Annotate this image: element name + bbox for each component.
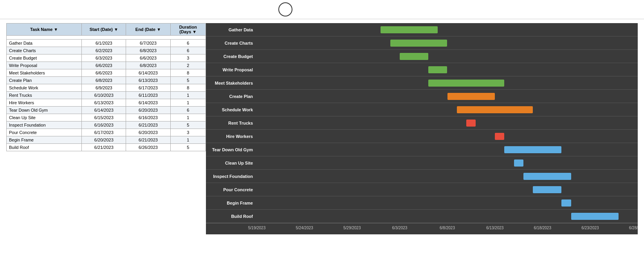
chart-row-bars: [257, 76, 638, 89]
table-row: Begin Frame 6/20/2023 6/21/2023 1: [7, 136, 206, 144]
date-axis: 5/19/20235/24/20235/29/20236/3/20236/8/2…: [206, 223, 638, 234]
task-start: 6/2/2023: [82, 47, 126, 54]
task-name: Hire Workers: [7, 99, 82, 107]
task-name: Tear Down Old Gym: [7, 107, 82, 114]
chart-row-bars: [257, 116, 638, 129]
chart-row: Meet Stakeholders: [206, 76, 638, 90]
chart-row-bars: [257, 36, 638, 49]
chart-row-label: Create Charts: [206, 41, 257, 45]
gantt-bar: [428, 80, 505, 87]
task-duration: 5: [170, 121, 206, 129]
task-start: 6/6/2023: [82, 69, 126, 77]
task-end: 6/14/2023: [126, 69, 170, 77]
table-row: Pour Concrete 6/17/2023 6/20/2023 3: [7, 129, 206, 136]
task-start: 6/17/2023: [82, 129, 126, 136]
chart-row: Build Roof: [206, 210, 638, 223]
chart-row-bars: [257, 50, 638, 63]
chart-row: Rent Trucks: [206, 116, 638, 130]
gantt-bar: [390, 40, 447, 47]
date-axis-label: 6/23/2023: [581, 226, 599, 230]
col-header-start: Start (Date) ▼: [82, 24, 126, 36]
chart-row: Create Budget: [206, 50, 638, 63]
gantt-bar: [495, 133, 504, 140]
col-header-dur: Duration (Days ▼: [170, 24, 206, 36]
chart-row-label: Create Budget: [206, 54, 257, 59]
table-row: Clean Up Site 6/15/2023 6/16/2023 1: [7, 114, 206, 121]
gantt-bar: [457, 106, 533, 113]
col-header-task: Task Name ▼: [7, 24, 82, 36]
chart-row: Hire Workers: [206, 130, 638, 143]
pm-logo: [278, 2, 296, 16]
gantt-bar: [466, 120, 476, 127]
task-start: 6/20/2023: [82, 136, 126, 144]
date-axis-label: 5/19/2023: [248, 226, 266, 230]
chart-row-label: Meet Stakeholders: [206, 81, 257, 85]
table-row: Create Charts 6/2/2023 6/8/2023 6: [7, 47, 206, 54]
chart-row-bars: [257, 103, 638, 116]
task-end: 6/11/2023: [126, 92, 170, 99]
task-name: Clean Up Site: [7, 114, 82, 121]
task-end: 6/8/2023: [126, 62, 170, 69]
chart-row-bars: [257, 156, 638, 169]
chart-row: Schedule Work: [206, 103, 638, 116]
table-row: Write Proposal 6/6/2023 6/8/2023 2: [7, 62, 206, 69]
task-start: 6/6/2023: [82, 62, 126, 69]
task-start: 6/3/2023: [82, 54, 126, 62]
date-axis-label: 6/8/2023: [440, 226, 455, 230]
table-row: Build Roof 6/21/2023 6/26/2023 5: [7, 144, 206, 151]
gantt-bar: [447, 93, 495, 100]
task-duration: 1: [170, 114, 206, 121]
task-start: 6/8/2023: [82, 77, 126, 84]
table-row: Rent Trucks 6/10/2023 6/11/2023 1: [7, 92, 206, 99]
chart-row: Pour Concrete: [206, 183, 638, 196]
chart-row-label: Build Roof: [206, 214, 257, 219]
task-start: 6/13/2023: [82, 99, 126, 107]
pm-circle-icon: [278, 2, 292, 16]
task-start: 6/14/2023: [82, 107, 126, 114]
chart-row: Write Proposal: [206, 63, 638, 76]
task-duration: 6: [170, 40, 206, 47]
task-name: Create Budget: [7, 54, 82, 62]
task-end: 6/17/2023: [126, 84, 170, 92]
gantt-bar: [571, 213, 619, 220]
chart-row-label: Hire Workers: [206, 134, 257, 139]
chart-row-label: Gather Data: [206, 27, 257, 32]
chart-row: Create Plan: [206, 90, 638, 103]
task-duration: 5: [170, 144, 206, 151]
task-end: 6/7/2023: [126, 40, 170, 47]
date-axis-label: 6/28/2023: [629, 226, 638, 230]
task-name: Gather Data: [7, 40, 82, 47]
chart-row-label: Create Plan: [206, 94, 257, 99]
task-table: Task Name ▼ Start (Date) ▼ End (Date ▼ D…: [6, 23, 206, 151]
gantt-bar: [523, 173, 571, 180]
task-duration: 8: [170, 69, 206, 77]
task-name: Schedule Work: [7, 84, 82, 92]
task-duration: 2: [170, 62, 206, 69]
date-axis-label: 5/24/2023: [296, 226, 313, 230]
table-row: Hire Workers 6/13/2023 6/14/2023 1: [7, 99, 206, 107]
date-axis-label: 5/29/2023: [343, 226, 361, 230]
chart-row-bars: [257, 90, 638, 103]
task-end: 6/26/2023: [126, 144, 170, 151]
task-start: 6/9/2023: [82, 84, 126, 92]
chart-row: Tear Down Old Gym: [206, 143, 638, 156]
task-duration: 1: [170, 92, 206, 99]
task-start: 6/15/2023: [82, 114, 126, 121]
task-name: Rent Trucks: [7, 92, 82, 99]
gantt-bar: [533, 186, 561, 193]
table-row: Create Plan 6/8/2023 6/13/2023 5: [7, 77, 206, 84]
task-start: 6/16/2023: [82, 121, 126, 129]
task-name: Inspect Foundation: [7, 121, 82, 129]
task-duration: 6: [170, 107, 206, 114]
task-end: 6/20/2023: [126, 107, 170, 114]
chart-row: Gather Data: [206, 23, 638, 36]
task-end: 6/20/2023: [126, 129, 170, 136]
task-duration: 8: [170, 84, 206, 92]
chart-row-bars: [257, 196, 638, 209]
gantt-bar: [561, 199, 571, 207]
col-header-end: End (Date ▼: [126, 24, 170, 36]
chart-row-label: Clean Up Site: [206, 161, 257, 165]
task-end: 6/8/2023: [126, 47, 170, 54]
table-row: Create Budget 6/3/2023 6/6/2023 3: [7, 54, 206, 62]
chart-inner: Gather DataCreate ChartsCreate BudgetWri…: [206, 23, 638, 234]
